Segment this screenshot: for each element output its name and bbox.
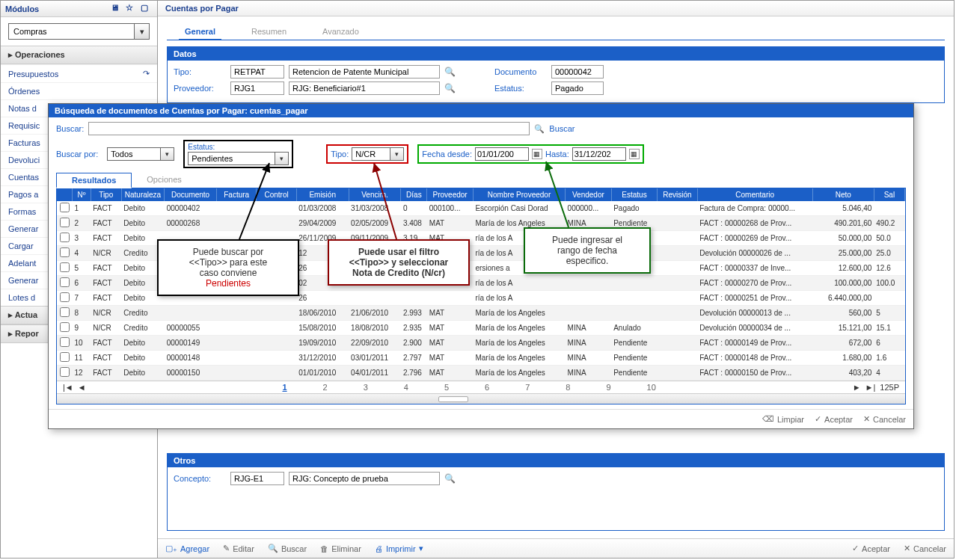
row-checkbox[interactable]: [60, 292, 70, 302]
tab-general[interactable]: General: [179, 24, 221, 40]
row-checkbox[interactable]: [60, 247, 70, 257]
tab-resultados[interactable]: Resultados: [56, 173, 132, 188]
page-number[interactable]: 3: [364, 383, 368, 392]
calendar-icon[interactable]: ▦: [629, 149, 640, 159]
chevron-down-icon[interactable]: ▾: [390, 148, 403, 160]
cancelar-button[interactable]: ✕Cancelar: [904, 544, 946, 553]
column-header[interactable]: [57, 188, 73, 201]
page-number[interactable]: 1: [282, 383, 287, 392]
row-checkbox[interactable]: [60, 352, 70, 362]
page-number[interactable]: 6: [485, 383, 489, 392]
table-row[interactable]: 8N/CRCredito18/06/201021/06/20102.993MAT…: [57, 306, 905, 321]
cancelar-button[interactable]: ✕Cancelar: [863, 414, 906, 424]
column-header[interactable]: Nº: [73, 188, 91, 201]
search-icon[interactable]: 🔍: [444, 83, 456, 93]
note-icon[interactable]: ▢: [141, 3, 153, 15]
row-checkbox[interactable]: [60, 218, 70, 227]
column-header[interactable]: Estatus: [611, 188, 658, 201]
buscar-button[interactable]: 🔍Buscar: [268, 544, 307, 553]
table-row[interactable]: 1FACTDebito0000040201/03/200831/03/20080…: [57, 201, 905, 216]
chevron-down-icon[interactable]: ▾: [134, 24, 149, 39]
aceptar-button[interactable]: ✓Aceptar: [815, 414, 853, 424]
buscar-input[interactable]: [88, 122, 530, 135]
column-header[interactable]: Tipo: [91, 188, 121, 201]
horizontal-scrollbar[interactable]: [57, 393, 905, 404]
page-number[interactable]: 5: [444, 383, 449, 392]
search-icon[interactable]: 🔍: [534, 124, 545, 134]
hasta-input[interactable]: [572, 147, 626, 161]
editar-button[interactable]: ✎Editar: [223, 544, 254, 553]
table-row[interactable]: 10FACTDebito0000014919/09/201022/09/2010…: [57, 336, 905, 351]
concepto-label: Concepto:: [174, 474, 226, 483]
fecha-desde-input[interactable]: [475, 147, 529, 161]
concepto-code-field[interactable]: [230, 472, 284, 485]
search-icon[interactable]: 🔍: [444, 473, 456, 484]
tab-resumen[interactable]: Resumen: [245, 24, 292, 40]
page-number[interactable]: 7: [525, 383, 530, 392]
chevron-down-icon[interactable]: ▾: [275, 153, 288, 164]
tab-avanzado[interactable]: Avanzado: [316, 24, 365, 40]
tipo-desc-field[interactable]: [289, 65, 440, 79]
buscar-por-select[interactable]: ▾: [107, 147, 174, 161]
limpiar-button[interactable]: ⌫Limpiar: [762, 414, 804, 424]
column-header[interactable]: Nombre Proveedor: [473, 188, 565, 201]
table-row[interactable]: 11FACTDebito0000014831/12/201003/01/2011…: [57, 351, 905, 366]
aceptar-button[interactable]: ✓Aceptar: [852, 544, 890, 553]
monitor-icon[interactable]: 🖥: [111, 3, 123, 15]
column-header[interactable]: Sal: [874, 188, 904, 201]
proveedor-desc-field[interactable]: [289, 81, 440, 95]
page-number[interactable]: 4: [404, 383, 408, 392]
sidebar-item[interactable]: Órdenes: [1, 82, 157, 99]
column-header[interactable]: Comentario: [697, 188, 812, 201]
tab-opciones[interactable]: Opciones: [132, 173, 196, 188]
row-checkbox[interactable]: [60, 367, 70, 377]
buscar-link[interactable]: Buscar: [549, 124, 574, 133]
tipo-code-field[interactable]: [230, 65, 284, 79]
first-page-icon[interactable]: |◄: [63, 383, 73, 392]
table-row[interactable]: 9N/CRCredito0000005515/08/201018/08/2010…: [57, 321, 905, 336]
documento-field[interactable]: [551, 65, 604, 79]
last-page-icon[interactable]: ►|: [865, 383, 876, 392]
agregar-button[interactable]: ▢₊Agregar: [165, 544, 209, 553]
eliminar-button[interactable]: 🗑Eliminar: [320, 544, 361, 553]
search-icon[interactable]: 🔍: [444, 67, 456, 77]
column-header[interactable]: Control: [257, 188, 296, 201]
table-row[interactable]: 12FACTDebito0000015001/01/201004/01/2011…: [57, 366, 905, 381]
tipo-select[interactable]: ▾: [352, 147, 404, 161]
column-header[interactable]: Días: [401, 188, 427, 201]
row-checkbox[interactable]: [60, 307, 70, 317]
prev-page-icon[interactable]: ◄: [78, 383, 86, 392]
sidebar-item[interactable]: Presupuestos↷: [1, 64, 157, 82]
module-combo-input[interactable]: [9, 24, 134, 39]
row-checkbox[interactable]: [60, 262, 70, 272]
row-checkbox[interactable]: [60, 337, 70, 347]
imprimir-button[interactable]: 🖨Imprimir ▾: [375, 544, 423, 553]
page-number[interactable]: 8: [566, 383, 570, 392]
column-header[interactable]: Proveedor: [427, 188, 474, 201]
column-header[interactable]: Emisión: [296, 188, 349, 201]
column-header[interactable]: Documento: [165, 188, 217, 201]
row-checkbox[interactable]: [60, 322, 70, 332]
column-header[interactable]: Vencim.: [349, 188, 401, 201]
column-header[interactable]: Neto: [812, 188, 874, 201]
row-checkbox[interactable]: [60, 203, 70, 212]
module-combo[interactable]: ▾: [8, 23, 150, 40]
page-number[interactable]: 2: [323, 383, 328, 392]
column-header[interactable]: Factura: [217, 188, 257, 201]
row-checkbox[interactable]: [60, 233, 70, 242]
estatus-select[interactable]: ▾: [188, 152, 289, 165]
column-header[interactable]: Vendedor: [566, 188, 612, 201]
calendar-icon[interactable]: ▦: [532, 149, 542, 159]
column-header[interactable]: Revisión: [658, 188, 697, 201]
star-icon[interactable]: ☆: [126, 3, 138, 15]
concepto-desc-field[interactable]: [289, 472, 440, 485]
page-number[interactable]: 10: [647, 383, 656, 392]
proveedor-code-field[interactable]: [230, 81, 284, 95]
page-number[interactable]: 9: [606, 383, 610, 392]
column-header[interactable]: Naturaleza: [121, 188, 164, 201]
chevron-down-icon[interactable]: ▾: [160, 148, 174, 160]
row-checkbox[interactable]: [60, 277, 70, 287]
table-row[interactable]: 2FACTDebito0000026829/04/200902/05/20093…: [57, 216, 905, 231]
next-page-icon[interactable]: ►: [853, 383, 861, 392]
sidebar-item[interactable]: ▸ Operaciones: [1, 46, 157, 64]
